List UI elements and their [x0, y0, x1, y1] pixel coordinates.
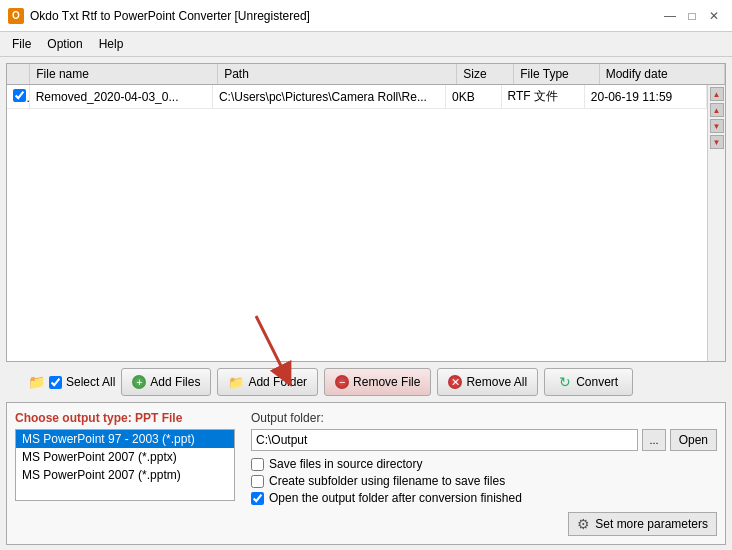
create-subfolder-row: Create subfolder using filename to save …	[251, 474, 717, 488]
add-files-icon: +	[132, 375, 146, 389]
row-size: 0KB	[446, 85, 502, 109]
browse-button[interactable]: ...	[642, 429, 665, 451]
select-all-label: Select All	[66, 375, 115, 389]
scroll-up-button[interactable]: ▲	[710, 103, 724, 117]
row-type: RTF 文件	[501, 85, 584, 109]
folder-icon: 📁	[28, 374, 45, 390]
toolbar-buttons: + Add Files 📁 Add Folder − Remove File ✕…	[121, 368, 633, 396]
window-title: Okdo Txt Rtf to PowerPoint Converter [Un…	[30, 9, 310, 23]
set-params-button[interactable]: ⚙ Set more parameters	[568, 512, 717, 536]
add-files-button[interactable]: + Add Files	[121, 368, 211, 396]
save-source-row: Save files in source directory	[251, 457, 717, 471]
output-list-item-1[interactable]: MS PowerPoint 2007 (*.pptx)	[16, 448, 234, 466]
bottom-panel: Choose output type: PPT File MS PowerPoi…	[6, 402, 726, 545]
col-header-filename: File name	[30, 64, 218, 85]
add-folder-icon: 📁	[228, 375, 244, 390]
menu-help[interactable]: Help	[91, 34, 132, 54]
create-subfolder-checkbox[interactable]	[251, 475, 264, 488]
add-folder-button[interactable]: 📁 Add Folder	[217, 368, 318, 396]
app-icon: O	[8, 8, 24, 24]
remove-file-icon: −	[335, 375, 349, 389]
file-table: File name Path Size File Type Modify dat…	[7, 64, 725, 85]
output-folder-input[interactable]	[251, 429, 638, 451]
col-header-size: Size	[457, 64, 514, 85]
toolbar-row: 📁 Select All + Add Files 📁 Add Folder − …	[6, 366, 726, 398]
scroll-top-button[interactable]: ▲	[710, 87, 724, 101]
row-checkbox[interactable]	[13, 89, 26, 102]
title-bar: O Okdo Txt Rtf to PowerPoint Converter […	[0, 0, 732, 32]
save-source-checkbox[interactable]	[251, 458, 264, 471]
output-list-item-0[interactable]: MS PowerPoint 97 - 2003 (*.ppt)	[16, 430, 234, 448]
output-type-panel: Choose output type: PPT File MS PowerPoi…	[15, 411, 235, 536]
maximize-button[interactable]: □	[682, 7, 702, 25]
open-folder-button[interactable]: Open	[670, 429, 717, 451]
close-button[interactable]: ✕	[704, 7, 724, 25]
gear-icon: ⚙	[577, 516, 590, 532]
side-scrollbar: ▲ ▲ ▼ ▼	[707, 85, 725, 361]
menu-option[interactable]: Option	[39, 34, 90, 54]
save-source-label: Save files in source directory	[269, 457, 422, 471]
remove-all-icon: ✕	[448, 375, 462, 389]
window-controls: — □ ✕	[660, 7, 724, 25]
create-subfolder-label: Create subfolder using filename to save …	[269, 474, 505, 488]
row-filename: Removed_2020-04-03_0...	[29, 85, 212, 109]
select-all-area: 📁 Select All	[28, 374, 115, 390]
convert-icon: ↻	[559, 374, 571, 390]
col-header-check	[7, 64, 30, 85]
menu-file[interactable]: File	[4, 34, 39, 54]
select-all-checkbox[interactable]	[49, 376, 62, 389]
remove-all-button[interactable]: ✕ Remove All	[437, 368, 538, 396]
col-header-type: File Type	[514, 64, 599, 85]
output-type-label: Choose output type: PPT File	[15, 411, 235, 425]
scroll-bottom-button[interactable]: ▼	[710, 135, 724, 149]
file-rows: Removed_2020-04-03_0... C:\Users\pc\Pict…	[7, 85, 707, 109]
output-list-item-2[interactable]: MS PowerPoint 2007 (*.pptm)	[16, 466, 234, 484]
scroll-down-button[interactable]: ▼	[710, 119, 724, 133]
remove-file-button[interactable]: − Remove File	[324, 368, 431, 396]
open-output-label: Open the output folder after conversion …	[269, 491, 522, 505]
file-table-container: File name Path Size File Type Modify dat…	[6, 63, 726, 362]
col-header-date: Modify date	[599, 64, 724, 85]
table-row[interactable]: Removed_2020-04-03_0... C:\Users\pc\Pict…	[7, 85, 707, 109]
output-folder-panel: Output folder: ... Open Save files in so…	[251, 411, 717, 536]
open-output-row: Open the output folder after conversion …	[251, 491, 717, 505]
output-folder-label: Output folder:	[251, 411, 717, 425]
row-path: C:\Users\pc\Pictures\Camera Roll\Re...	[212, 85, 445, 109]
output-type-list[interactable]: MS PowerPoint 97 - 2003 (*.ppt) MS Power…	[15, 429, 235, 501]
menu-bar: File Option Help	[0, 32, 732, 57]
row-date: 20-06-19 11:59	[584, 85, 706, 109]
main-area: File name Path Size File Type Modify dat…	[0, 57, 732, 550]
open-output-checkbox[interactable]	[251, 492, 264, 505]
col-header-path: Path	[218, 64, 457, 85]
output-folder-row: ... Open	[251, 429, 717, 451]
minimize-button[interactable]: —	[660, 7, 680, 25]
convert-button[interactable]: ↻ Convert	[544, 368, 633, 396]
